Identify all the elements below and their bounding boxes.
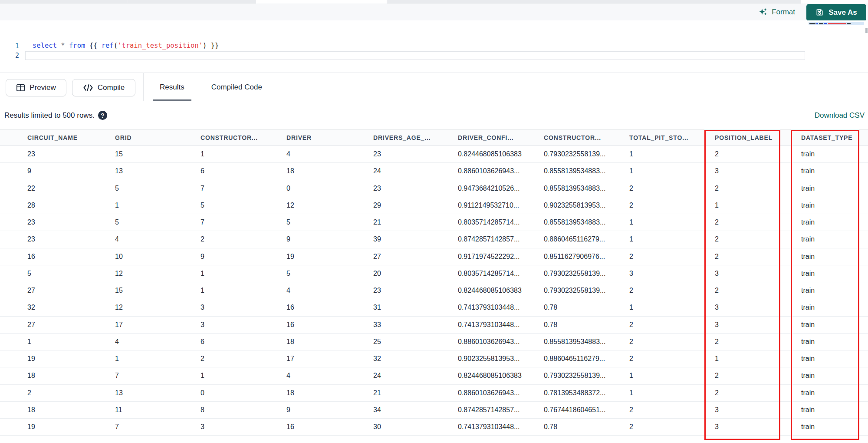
file-tab[interactable]	[801, 0, 868, 3]
table-cell: 23	[373, 150, 458, 158]
table-cell: 24	[373, 167, 458, 175]
table-cell: 8	[201, 406, 286, 414]
preview-label: Preview	[30, 83, 56, 92]
table-cell: 2	[27, 389, 115, 397]
preview-button[interactable]: Preview	[6, 79, 66, 96]
table-cell: 4	[115, 338, 201, 346]
table-cell: 23	[27, 218, 115, 226]
table-cell: 32	[27, 304, 115, 311]
tab-compiled-code[interactable]: Compiled Code	[204, 73, 269, 102]
editor-toolbar: Format Save As	[0, 3, 868, 20]
table-cell: 1	[115, 202, 201, 209]
download-csv-link[interactable]: Download CSV	[815, 101, 865, 129]
table-cell: 0.78	[544, 423, 629, 431]
code-token: }}	[211, 42, 219, 50]
current-line-highlight	[25, 51, 805, 60]
table-cell: 20	[373, 270, 458, 278]
table-cell: 12	[286, 202, 373, 209]
code-token: from	[69, 42, 85, 50]
scrollbar-handle[interactable]	[865, 28, 868, 33]
results-tabs: ResultsCompiled Code	[153, 73, 269, 102]
table-cell: 23	[373, 185, 458, 192]
save-as-label: Save As	[829, 8, 857, 17]
table-cell: 9	[286, 406, 373, 414]
tab-divider	[127, 0, 127, 3]
table-cell: 5	[286, 218, 373, 226]
table-cell: 0.7413793103448...	[458, 304, 544, 311]
column-header: GRID	[115, 134, 201, 141]
table-cell: 15	[115, 287, 201, 294]
column-header: CIRCUIT_NAME	[27, 134, 115, 141]
table-cell: 0.78	[544, 304, 629, 311]
table-cell: 0.8558139534883...	[544, 185, 629, 192]
table-cell: 15	[115, 150, 201, 158]
line-number: 2	[15, 52, 19, 60]
table-cell: 33	[373, 321, 458, 329]
table-cell: 21	[373, 389, 458, 397]
column-header: CONSTRUCTOR...	[201, 134, 286, 141]
table-cell: 1	[115, 355, 201, 363]
code-line-1[interactable]: select * from {{ ref('train_test_positio…	[33, 41, 219, 50]
table-cell: 21	[373, 218, 458, 226]
table-cell: 0	[286, 185, 373, 192]
code-token: ref	[102, 42, 114, 50]
table-cell: 9	[27, 167, 115, 175]
help-icon[interactable]: ?	[98, 111, 107, 120]
table-cell: 17	[115, 321, 201, 329]
active-file-tab[interactable]	[256, 0, 387, 3]
table-cell: 2	[629, 253, 715, 261]
table-cell: 9	[286, 235, 373, 243]
table-cell: 1	[629, 372, 715, 380]
table-cell: 0.7930232558139...	[544, 150, 629, 158]
column-header: DRIVER	[286, 134, 373, 141]
table-cell: 6	[201, 167, 286, 175]
table-cell: 18	[27, 406, 115, 414]
table-cell: 0.8860103626943...	[458, 338, 544, 346]
table-cell: 17	[286, 355, 373, 363]
table-cell: 19	[27, 355, 115, 363]
format-button[interactable]: Format	[758, 7, 795, 17]
table-cell: 34	[373, 406, 458, 414]
compile-button[interactable]: Compile	[72, 79, 135, 96]
table-cell: 1	[201, 372, 286, 380]
tab-results[interactable]: Results	[153, 73, 191, 102]
table-cell: 6	[201, 338, 286, 346]
code-icon	[83, 83, 93, 92]
compile-label: Compile	[98, 83, 125, 92]
table-cell: 0.824468085106383	[458, 372, 544, 380]
table-cell: 27	[27, 287, 115, 294]
table-cell: 16	[286, 304, 373, 311]
table-cell: 11	[115, 406, 201, 414]
format-label: Format	[772, 8, 795, 17]
table-cell: 2	[629, 406, 715, 414]
table-cell: 1	[201, 150, 286, 158]
table-cell: 2	[629, 202, 715, 209]
code-token: (	[114, 42, 118, 50]
table-cell: 7	[201, 218, 286, 226]
sql-editor[interactable]: 1 2 select * from {{ ref('train_test_pos…	[0, 20, 868, 73]
table-cell: 0.9473684210526...	[458, 185, 544, 192]
save-as-button[interactable]: Save As	[806, 4, 866, 21]
column-header: DRIVERS_AGE_...	[373, 134, 458, 141]
table-cell: 9	[201, 253, 286, 261]
column-header: DRIVER_CONFI...	[458, 134, 544, 141]
code-token	[57, 42, 61, 50]
column-header: CONSTRUCTOR...	[544, 134, 629, 141]
table-cell: 1	[629, 167, 715, 175]
code-token	[65, 42, 69, 50]
table-cell: 23	[373, 287, 458, 294]
table-cell: 0.8742857142857...	[458, 406, 544, 414]
table-cell: 1	[201, 287, 286, 294]
table-cell: 30	[373, 423, 458, 431]
table-cell: 18	[286, 338, 373, 346]
table-cell: 0.8558139534883...	[544, 167, 629, 175]
table-cell: 13	[115, 167, 201, 175]
table-cell: 3	[201, 423, 286, 431]
code-token: 'train_test_position'	[118, 42, 203, 50]
editor-minimap[interactable]	[808, 21, 866, 72]
table-cell: 0.9023255813953...	[458, 355, 544, 363]
table-cell: 23	[27, 235, 115, 243]
table-cell: 0.7930232558139...	[544, 372, 629, 380]
table-cell: 3	[629, 270, 715, 278]
table-cell: 0.8860103626943...	[458, 167, 544, 175]
